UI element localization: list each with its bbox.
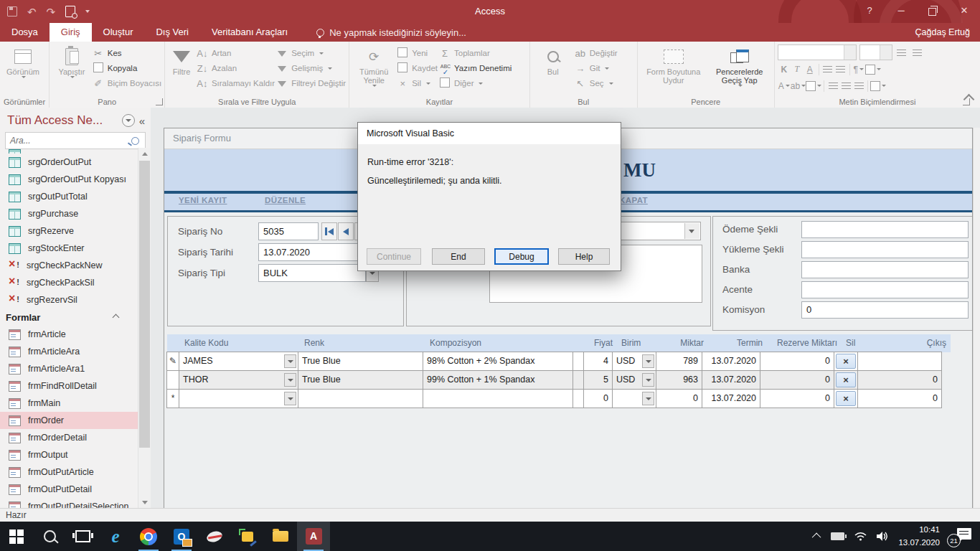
restore-button[interactable] bbox=[917, 0, 948, 23]
nav-object-item[interactable]: frmOutput bbox=[0, 446, 138, 463]
remove-sort-button[interactable]: A↕Sıralamayı Kaldır bbox=[197, 77, 275, 90]
control-formatting-icon[interactable] bbox=[870, 80, 886, 93]
kalite-dropdown-icon[interactable] bbox=[284, 392, 296, 405]
nav-object-item[interactable]: frmOrderDetail bbox=[0, 429, 138, 446]
align-right-icon[interactable] bbox=[852, 80, 865, 93]
renk-cell[interactable]: True Blue bbox=[298, 370, 423, 390]
spelling-button[interactable]: ABC✓Yazım Denetimi bbox=[439, 62, 512, 75]
payment-field-input[interactable] bbox=[801, 281, 969, 298]
customize-qat-icon[interactable] bbox=[85, 10, 90, 13]
payment-field-input[interactable]: 0 bbox=[801, 301, 969, 319]
previous-record-button[interactable] bbox=[338, 222, 354, 240]
taskbar-clock[interactable]: 10:41 13.07.2020 bbox=[898, 524, 940, 549]
kalite-dropdown-icon[interactable] bbox=[284, 373, 296, 387]
advanced-filter-button[interactable]: Gelişmiş bbox=[276, 62, 346, 75]
nav-object-item[interactable]: srgOutPutTotal bbox=[0, 188, 138, 205]
help-button[interactable]: ? bbox=[854, 0, 885, 23]
underline-button[interactable]: A bbox=[804, 63, 816, 76]
delete-row-button[interactable]: × bbox=[836, 354, 856, 369]
save-record-button[interactable]: Kaydet bbox=[397, 62, 438, 75]
nav-object-item[interactable]: frmOutPutArticle bbox=[0, 463, 138, 481]
tab-giris[interactable]: Giriş bbox=[50, 23, 92, 42]
kalite-cell[interactable]: JAMES bbox=[179, 352, 298, 371]
tab-olustur[interactable]: Oluştur bbox=[92, 23, 145, 42]
font-size-combo[interactable] bbox=[859, 44, 892, 60]
fiyat-cell[interactable]: 0 bbox=[583, 389, 613, 408]
cikis-cell[interactable]: 0 bbox=[857, 370, 942, 390]
payment-field-input[interactable] bbox=[801, 241, 969, 258]
nav-object-item[interactable]: srgStockEnter bbox=[0, 240, 138, 257]
replace-button[interactable]: abDeğiştir bbox=[575, 47, 618, 60]
filter-button[interactable]: Filtre bbox=[168, 44, 195, 94]
find-button[interactable]: Bul bbox=[533, 44, 573, 94]
nav-object-item[interactable]: frmArticle bbox=[0, 326, 138, 343]
nav-object-item[interactable]: srgCheckPackNew bbox=[0, 257, 138, 274]
kalite-cell[interactable]: THOR bbox=[179, 370, 298, 390]
totals-button[interactable]: ΣToplamlar bbox=[439, 47, 512, 60]
birim-cell[interactable]: USD bbox=[612, 370, 656, 390]
file-explorer-button[interactable] bbox=[264, 522, 297, 551]
access-taskbar-button[interactable]: A bbox=[297, 522, 330, 551]
nav-object-item[interactable]: srgRezerve bbox=[0, 222, 138, 240]
decrease-indent-icon[interactable] bbox=[834, 63, 847, 76]
nav-object-item[interactable]: frmArticleAra bbox=[0, 343, 138, 360]
hidden-icons-chevron[interactable] bbox=[812, 533, 821, 542]
outlook-button[interactable]: O bbox=[165, 522, 198, 551]
navigation-scrollbar[interactable] bbox=[138, 148, 151, 508]
scroll-down-icon[interactable] bbox=[139, 496, 150, 508]
birim-cell[interactable]: USD bbox=[612, 352, 656, 371]
nav-object-item[interactable]: srgPurchase bbox=[0, 205, 138, 222]
dialog-title[interactable]: Microsoft Visual Basic bbox=[358, 123, 621, 144]
birim-dropdown-icon[interactable] bbox=[642, 354, 654, 368]
nav-object-item[interactable]: frmOutPutDetailSelection bbox=[0, 498, 138, 508]
action-center-button[interactable]: 21 bbox=[950, 528, 971, 545]
snipping-tool-button[interactable] bbox=[198, 522, 231, 551]
save-icon[interactable] bbox=[7, 6, 17, 17]
undo-icon[interactable]: ↶ bbox=[27, 6, 37, 17]
rezerv-cell[interactable]: 0 bbox=[760, 370, 834, 390]
navigation-menu-icon[interactable] bbox=[122, 114, 135, 127]
delete-record-button[interactable]: ×Sil bbox=[397, 77, 438, 90]
termin-cell[interactable]: 13.07.2020 bbox=[702, 370, 760, 390]
clipboard-dialog-launcher-icon[interactable] bbox=[156, 98, 163, 105]
rezerv-cell[interactable]: 0 bbox=[760, 352, 834, 371]
volume-icon[interactable] bbox=[877, 532, 888, 541]
task-view-button[interactable] bbox=[66, 522, 99, 551]
scrollbar-thumb[interactable] bbox=[139, 161, 150, 448]
row-selector[interactable]: ✎ bbox=[166, 352, 179, 371]
copy-button[interactable]: Kopyala bbox=[93, 62, 161, 75]
new-record-button[interactable]: Yeni bbox=[397, 47, 438, 60]
redo-icon[interactable]: ↷ bbox=[47, 6, 56, 17]
gridlines-table-icon[interactable] bbox=[865, 63, 881, 76]
kalite-cell[interactable] bbox=[179, 389, 298, 408]
miktar-cell[interactable]: 963 bbox=[656, 370, 702, 390]
goto-button[interactable]: →Git bbox=[575, 62, 618, 75]
shutter-bar-close-icon[interactable]: « bbox=[139, 115, 145, 127]
order-type-field[interactable]: BULK bbox=[258, 264, 366, 282]
tab-veritabani-araclari[interactable]: Veritabanı Araçları bbox=[200, 23, 299, 42]
combo-dropdown-icon[interactable] bbox=[684, 223, 699, 239]
birim-dropdown-icon[interactable] bbox=[642, 392, 654, 405]
close-button[interactable]: ✕ bbox=[948, 0, 980, 23]
view-button[interactable]: Görünüm bbox=[3, 44, 43, 94]
minimize-button[interactable]: ─ bbox=[885, 0, 917, 23]
align-left-icon[interactable] bbox=[826, 80, 839, 93]
dialog-button[interactable]: Continue bbox=[367, 248, 421, 265]
cut-button[interactable]: ✂Kes bbox=[93, 47, 161, 60]
toggle-filter-button[interactable]: Filtreyi Değiştir bbox=[276, 77, 346, 90]
tab-dosya[interactable]: Dosya bbox=[0, 23, 50, 42]
miktar-cell[interactable]: 789 bbox=[656, 352, 702, 371]
cikis-cell[interactable] bbox=[857, 352, 942, 371]
fiyat-cell[interactable]: 4 bbox=[583, 352, 613, 371]
admin-tools-button[interactable] bbox=[231, 522, 264, 551]
sort-ascending-button[interactable]: A↓Artan bbox=[197, 47, 275, 60]
size-to-fit-form-button[interactable]: Form Boyutuna Uydur bbox=[641, 44, 707, 94]
numbering-icon[interactable] bbox=[911, 46, 924, 59]
scroll-up-icon[interactable] bbox=[139, 148, 150, 159]
tell-me-box[interactable]: Ne yapmak istediğinizi söyleyin... bbox=[316, 23, 466, 42]
renk-cell[interactable] bbox=[298, 389, 423, 408]
nav-object-item[interactable]: frmArticleAra1 bbox=[0, 360, 138, 377]
selection-button[interactable]: Seçim bbox=[276, 47, 346, 60]
refresh-all-button[interactable]: ⟳ Tümünü Yenile bbox=[352, 44, 395, 94]
highlight-color-button[interactable]: ab bbox=[791, 80, 806, 93]
